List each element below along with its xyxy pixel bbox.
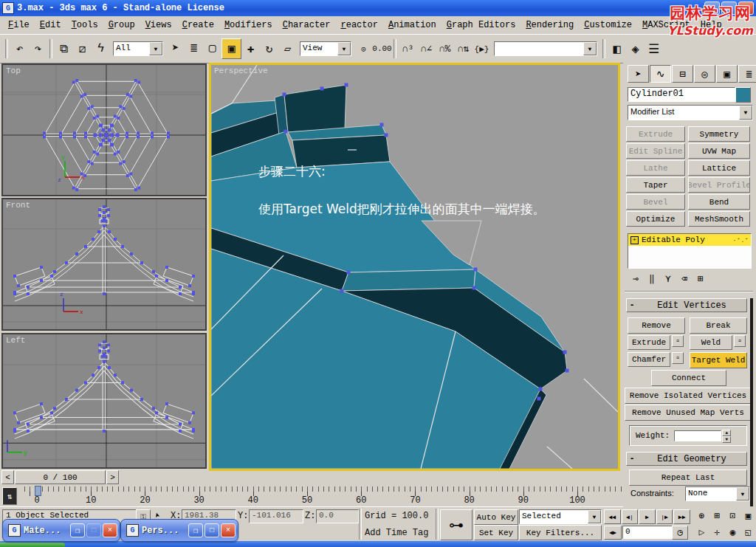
- angle-snap-icon[interactable]: ∩∠: [417, 39, 436, 58]
- select-and-move-icon[interactable]: ✚: [241, 39, 260, 58]
- object-color-swatch[interactable]: [735, 87, 751, 103]
- play-icon[interactable]: ▶: [639, 509, 656, 524]
- bind-to-space-warp-icon[interactable]: ϟ: [92, 39, 110, 58]
- left-viewport-canvas[interactable]: y: [3, 334, 205, 467]
- modifier-button[interactable]: UVW Map: [688, 143, 750, 159]
- connect-button[interactable]: Connect: [651, 370, 726, 386]
- modifier-list-combo[interactable]: Modifier List ▼: [628, 105, 753, 120]
- selection-filter-combo[interactable]: All ▼: [113, 41, 163, 56]
- use-pivot-point-icon[interactable]: ⊙: [354, 39, 373, 58]
- tab-motion[interactable]: ◎: [694, 65, 715, 83]
- tab-create[interactable]: ➤: [628, 65, 649, 83]
- set-key-button[interactable]: Set Key: [474, 525, 518, 540]
- break-button[interactable]: Break: [690, 317, 747, 334]
- modifier-button[interactable]: Lathe: [626, 160, 685, 176]
- chevron-down-icon[interactable]: ▼: [739, 106, 752, 120]
- viewport-perspective[interactable]: Perspective 步骤二十六: 使用Target Weld把刚才拉伸出的面…: [209, 63, 620, 471]
- restore-button[interactable]: ❐: [70, 523, 85, 537]
- weld-button[interactable]: Weld: [690, 335, 732, 350]
- menu-item[interactable]: Graph Editors: [441, 18, 521, 32]
- panel-scrollbar[interactable]: [750, 298, 753, 506]
- chevron-down-icon[interactable]: ▼: [736, 487, 749, 500]
- viewport-perspective-label[interactable]: Perspective: [214, 66, 268, 75]
- track-bar[interactable]: 0102030405060708090100: [21, 486, 622, 506]
- target-weld-button[interactable]: Target Weld: [690, 352, 747, 368]
- field-of-view-icon[interactable]: ▷: [694, 525, 709, 540]
- expand-icon[interactable]: +: [630, 236, 639, 244]
- align-icon[interactable]: ◈: [626, 39, 645, 58]
- named-selection-sets-icon[interactable]: {▶}: [472, 39, 491, 58]
- object-name-field[interactable]: Cylinder01: [628, 87, 735, 102]
- floating-window-title[interactable]: Mate...: [24, 526, 69, 536]
- unlink-selection-icon[interactable]: ⧄: [73, 39, 92, 58]
- stack-item-editable-poly[interactable]: + Editable Poly ·⁺.⁺: [628, 234, 751, 246]
- time-configuration-icon[interactable]: ◷: [672, 526, 688, 540]
- make-unique-icon[interactable]: ⋎: [660, 272, 676, 286]
- current-frame-field[interactable]: 0: [622, 526, 674, 539]
- pin-stack-icon[interactable]: ⊸: [628, 272, 644, 286]
- viewport-left-label[interactable]: Left: [6, 336, 25, 345]
- remove-button[interactable]: Remove: [628, 317, 685, 334]
- time-caret[interactable]: [35, 486, 41, 496]
- z-coordinate-field[interactable]: 0.0: [316, 509, 359, 523]
- menu-item[interactable]: Edit: [35, 18, 66, 32]
- weight-spinner[interactable]: ▲▼: [722, 430, 731, 442]
- time-slider-value[interactable]: 0 / 100: [15, 470, 106, 484]
- maximize-button[interactable]: □: [205, 523, 219, 537]
- menu-item[interactable]: reactor: [336, 18, 383, 32]
- menu-item[interactable]: File: [3, 18, 35, 32]
- zoom-icon[interactable]: ⊕: [694, 509, 709, 523]
- modifier-button[interactable]: Optimize: [626, 211, 685, 227]
- next-frame-icon[interactable]: |▶: [656, 509, 673, 524]
- restore-button[interactable]: ❐: [188, 523, 203, 537]
- collapse-icon[interactable]: -: [627, 300, 637, 311]
- arc-rotate-icon[interactable]: ◉: [725, 525, 740, 540]
- select-object-icon[interactable]: ➤: [166, 38, 185, 58]
- remove-modifier-icon[interactable]: ⌫: [676, 272, 693, 286]
- previous-frame-arrow[interactable]: <: [1, 470, 14, 484]
- menu-item[interactable]: Character: [278, 18, 336, 32]
- viewport-top[interactable]: Top yxz: [1, 63, 207, 196]
- redo-icon[interactable]: ↷: [29, 39, 47, 58]
- viewport-top-label[interactable]: Top: [6, 66, 21, 75]
- extrude-settings-icon[interactable]: ▫: [672, 335, 684, 347]
- open-mini-curve-editor-button[interactable]: ⇅: [2, 487, 17, 505]
- modifier-stack[interactable]: + Editable Poly ·⁺.⁺: [628, 233, 752, 269]
- rectangular-selection-icon[interactable]: ▢: [203, 38, 221, 58]
- key-mode-combo[interactable]: Selected ▼: [519, 509, 602, 524]
- add-time-tag[interactable]: Add Time Tag: [365, 528, 428, 538]
- front-viewport-canvas[interactable]: zx: [3, 199, 205, 329]
- menu-item[interactable]: Group: [103, 18, 140, 32]
- menu-item[interactable]: Customize: [579, 18, 637, 32]
- auto-key-button[interactable]: Auto Key: [474, 509, 518, 525]
- remove-unused-map-verts-button[interactable]: Remove Unused Map Verts: [625, 405, 752, 421]
- floating-window[interactable]: G Pers... ❐ □ ×: [120, 519, 238, 542]
- chevron-down-icon[interactable]: ▼: [588, 510, 601, 523]
- constraints-combo[interactable]: None ▼: [685, 486, 750, 501]
- undo-icon[interactable]: ↶: [10, 39, 29, 58]
- select-and-link-icon[interactable]: ⧉: [55, 39, 73, 58]
- modifier-button[interactable]: Bend: [688, 194, 750, 210]
- weight-field[interactable]: [674, 430, 721, 441]
- viewport-front-label[interactable]: Front: [6, 201, 30, 210]
- key-filters-button[interactable]: Key Filters...: [519, 525, 602, 540]
- menu-item[interactable]: Modifiers: [219, 18, 278, 32]
- menu-item[interactable]: Rendering: [520, 18, 579, 32]
- tab-utilities[interactable]: ≣: [738, 65, 756, 83]
- snap-toggle-3d-icon[interactable]: ∩³: [399, 39, 417, 58]
- configure-modifier-sets-icon[interactable]: ⊞: [693, 272, 709, 286]
- modifier-button[interactable]: Bevel Profile: [688, 177, 750, 193]
- floating-window-title[interactable]: Pers...: [142, 526, 187, 536]
- tab-modify[interactable]: ∿: [650, 65, 671, 83]
- top-viewport-canvas[interactable]: yxz: [3, 65, 205, 195]
- tab-display[interactable]: ▣: [716, 65, 738, 83]
- modifier-button[interactable]: Extrude: [626, 126, 685, 142]
- viewport-left[interactable]: Left y: [1, 333, 207, 469]
- perspective-canvas[interactable]: [211, 65, 618, 469]
- spinner-snap-icon[interactable]: ∩⇅: [454, 39, 472, 58]
- select-by-name-icon[interactable]: ≣: [185, 38, 203, 58]
- set-keys-button[interactable]: ⊶: [440, 509, 472, 540]
- chevron-down-icon[interactable]: ▼: [583, 42, 597, 55]
- snap-offset-icon[interactable]: 0.00: [373, 39, 391, 58]
- modifier-button[interactable]: Bevel: [626, 194, 685, 210]
